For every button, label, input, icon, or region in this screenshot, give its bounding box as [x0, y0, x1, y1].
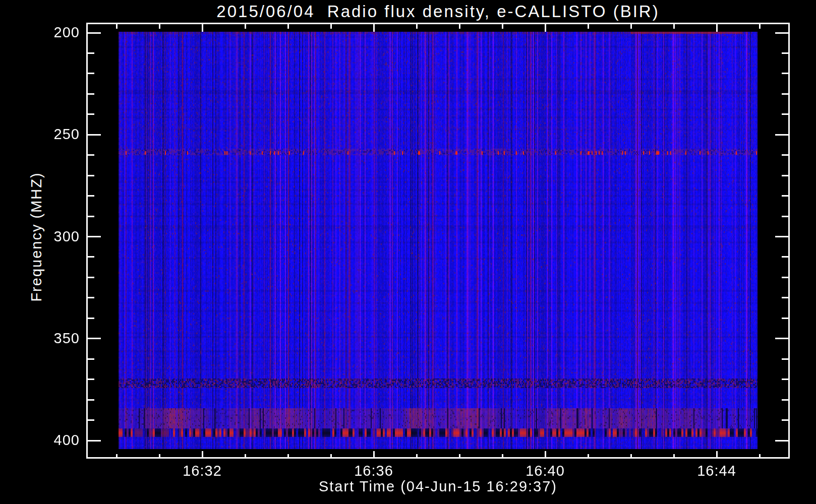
axis-tick [88, 195, 94, 197]
axis-tick [630, 454, 632, 459]
axis-tick [545, 451, 546, 459]
axis-tick [782, 175, 788, 176]
axis-tick [459, 24, 460, 29]
axis-tick [782, 73, 788, 74]
axis-tick [202, 451, 203, 459]
axis-tick [775, 440, 788, 442]
axis-tick [782, 113, 788, 115]
axis-tick [782, 195, 788, 197]
axis-tick [782, 277, 788, 278]
axis-tick [88, 318, 94, 319]
axis-tick [782, 297, 788, 298]
axis-tick [88, 358, 94, 360]
axis-tick [416, 454, 418, 459]
axis-tick [159, 454, 160, 459]
axis-tick [502, 454, 503, 459]
axis-tick [782, 256, 788, 258]
y-tick-label: 250 [19, 126, 80, 143]
axis-tick [775, 338, 788, 339]
axis-tick [287, 454, 289, 459]
axis-tick [88, 419, 94, 421]
axis-tick [782, 399, 788, 401]
axis-tick [782, 154, 788, 156]
axis-tick [459, 454, 460, 459]
x-tick-label: 16:36 [333, 463, 414, 479]
axis-tick [330, 24, 332, 29]
axis-tick [782, 419, 788, 421]
axis-tick [630, 24, 632, 29]
axis-tick [782, 358, 788, 360]
axes-ticks-layer: 16:3216:3616:4016:44200250300350400 [0, 0, 816, 504]
axis-tick [782, 216, 788, 217]
y-tick-label: 200 [19, 24, 80, 41]
axis-tick [245, 24, 246, 29]
callisto-spectrogram-screenshot: 2015/06/04 Radio flux density, e-CALLIST… [0, 0, 816, 504]
axis-tick [782, 93, 788, 95]
axis-tick [330, 454, 332, 459]
axis-tick [88, 154, 94, 156]
y-tick-label: 350 [19, 330, 80, 347]
axis-tick [759, 454, 761, 459]
axis-tick [88, 175, 94, 176]
axis-tick [588, 454, 589, 459]
axis-tick [782, 52, 788, 54]
axis-tick [287, 24, 289, 29]
axis-tick [673, 24, 675, 29]
axis-tick [245, 454, 246, 459]
axis-tick [716, 24, 718, 32]
axis-tick [782, 379, 788, 380]
axis-tick [88, 134, 101, 136]
axis-tick [88, 379, 94, 380]
axis-tick [759, 24, 761, 29]
axis-tick [673, 454, 675, 459]
axis-tick [88, 236, 101, 237]
axis-tick [88, 113, 94, 115]
axis-tick [88, 338, 101, 339]
axis-tick [88, 399, 94, 401]
axis-tick [416, 24, 418, 29]
axis-tick [88, 256, 94, 258]
axis-tick [88, 297, 94, 298]
axis-tick [88, 277, 94, 278]
axis-tick [88, 93, 94, 95]
axis-tick [88, 73, 94, 74]
x-tick-label: 16:40 [505, 463, 586, 479]
axis-tick [545, 24, 546, 32]
axis-tick [116, 454, 118, 459]
x-tick-label: 16:32 [162, 463, 243, 479]
axis-tick [716, 451, 718, 459]
axis-tick [88, 440, 101, 442]
axis-tick [373, 451, 375, 459]
axis-tick [159, 24, 160, 29]
axis-tick [775, 32, 788, 34]
axis-tick [775, 134, 788, 136]
x-tick-label: 16:44 [676, 463, 757, 479]
axis-tick [588, 24, 589, 29]
axis-tick [116, 24, 118, 29]
y-tick-label: 400 [19, 432, 80, 449]
y-tick-label: 300 [19, 228, 80, 245]
axis-tick [88, 52, 94, 54]
axis-tick [88, 216, 94, 217]
axis-tick [775, 236, 788, 237]
axis-tick [88, 32, 101, 34]
axis-tick [202, 24, 203, 32]
x-axis-label: Start Time (04-Jun-15 16:29:37) [86, 478, 790, 495]
axis-tick [502, 24, 503, 29]
axis-tick [782, 318, 788, 319]
axis-tick [373, 24, 375, 32]
